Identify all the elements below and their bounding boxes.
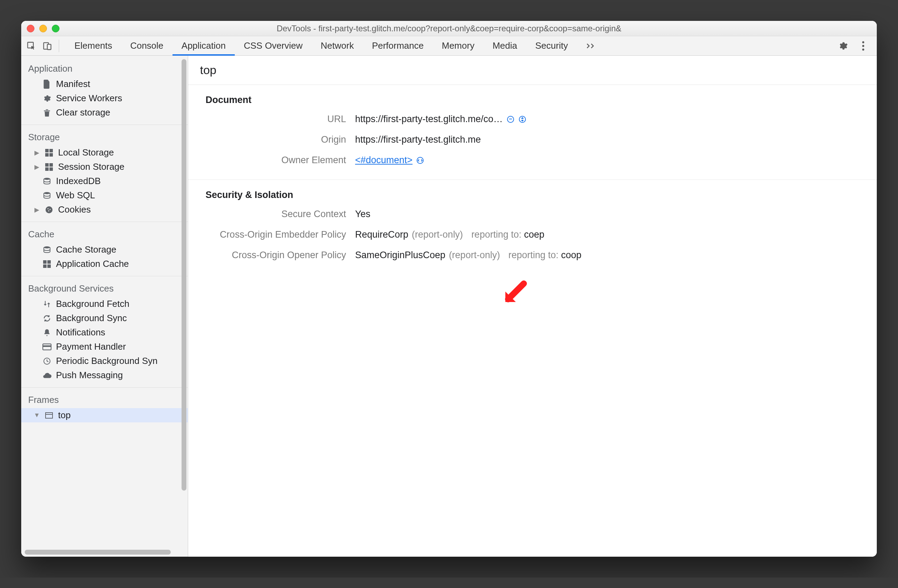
sidebar-label: Manifest bbox=[56, 79, 90, 89]
svg-point-4 bbox=[862, 45, 864, 47]
frame-heading: top bbox=[188, 56, 877, 85]
tab-css-overview[interactable]: CSS Overview bbox=[235, 36, 312, 55]
coep-label: Cross-Origin Embedder Policy bbox=[206, 229, 355, 240]
coop-value: SameOriginPlusCoep bbox=[355, 250, 446, 260]
svg-rect-7 bbox=[49, 149, 53, 152]
owner-label: Owner Element bbox=[206, 155, 355, 166]
svg-rect-12 bbox=[45, 167, 49, 171]
sidebar-item-application-cache[interactable]: Application Cache bbox=[21, 257, 188, 271]
owner-element-link[interactable]: <#document> bbox=[355, 155, 412, 166]
file-icon bbox=[42, 79, 52, 89]
database-icon bbox=[42, 191, 52, 200]
sidebar-label: Application Cache bbox=[56, 259, 129, 269]
sidebar-item-periodic-sync[interactable]: Periodic Background Syn bbox=[21, 354, 188, 368]
svg-rect-2 bbox=[47, 44, 51, 49]
frame-icon bbox=[44, 411, 54, 420]
sidebar-item-service-workers[interactable]: Service Workers bbox=[21, 91, 188, 105]
svg-rect-31 bbox=[509, 119, 512, 119]
svg-rect-8 bbox=[45, 153, 49, 157]
inspect-element-icon[interactable] bbox=[26, 41, 37, 51]
sidebar-label: Push Messaging bbox=[56, 370, 123, 381]
annotation-arrow-icon bbox=[501, 279, 529, 306]
tab-elements[interactable]: Elements bbox=[65, 36, 121, 55]
application-sidebar: Application Manifest Service Workers Cle… bbox=[21, 56, 188, 557]
sidebar-item-notifications[interactable]: Notifications bbox=[21, 325, 188, 340]
database-icon bbox=[42, 176, 52, 186]
sidebar-item-frame-top[interactable]: ▼ top bbox=[21, 408, 188, 422]
row-secure-context: Secure Context Yes bbox=[206, 209, 860, 220]
tab-media[interactable]: Media bbox=[483, 36, 526, 55]
row-coep: Cross-Origin Embedder Policy RequireCorp… bbox=[206, 229, 860, 240]
sidebar-label: Service Workers bbox=[56, 93, 122, 104]
tab-application[interactable]: Application bbox=[172, 36, 235, 55]
sidebar-label: Background Fetch bbox=[56, 299, 129, 309]
document-section-title: Document bbox=[206, 95, 860, 105]
kebab-menu-icon[interactable] bbox=[858, 41, 869, 51]
disclosure-triangle-icon[interactable]: ▶ bbox=[34, 149, 40, 157]
svg-rect-23 bbox=[43, 265, 47, 268]
svg-point-20 bbox=[44, 246, 50, 248]
security-section-title: Security & Isolation bbox=[206, 189, 860, 200]
sidebar-label: Local Storage bbox=[58, 147, 114, 158]
svg-point-16 bbox=[46, 206, 52, 213]
device-toggle-icon[interactable] bbox=[42, 41, 52, 51]
sidebar-item-cookies[interactable]: ▶ Cookies bbox=[21, 203, 188, 217]
bell-icon bbox=[42, 328, 52, 337]
cookie-icon bbox=[44, 205, 54, 215]
sidebar-label: Clear storage bbox=[56, 107, 110, 118]
svg-point-18 bbox=[50, 209, 51, 210]
close-window-button[interactable] bbox=[27, 25, 34, 32]
devtools-body: Application Manifest Service Workers Cle… bbox=[21, 56, 877, 557]
row-owner-element: Owner Element <#document> bbox=[206, 155, 860, 166]
sidebar-item-push-messaging[interactable]: Push Messaging bbox=[21, 368, 188, 382]
grid-icon bbox=[44, 148, 54, 158]
reveal-in-elements-icon[interactable] bbox=[416, 156, 424, 165]
sidebar-label: Cache Storage bbox=[56, 244, 116, 255]
tab-security[interactable]: Security bbox=[526, 36, 577, 55]
sidebar-item-manifest[interactable]: Manifest bbox=[21, 77, 188, 91]
grid-icon bbox=[42, 259, 52, 269]
sidebar-horizontal-scrollbar[interactable] bbox=[25, 550, 171, 554]
tab-overflow[interactable] bbox=[577, 36, 606, 55]
reveal-in-network-icon[interactable] bbox=[518, 115, 527, 123]
tab-console[interactable]: Console bbox=[121, 36, 172, 55]
sidebar-item-local-storage[interactable]: ▶ Local Storage bbox=[21, 145, 188, 160]
disclosure-triangle-icon[interactable]: ▼ bbox=[34, 412, 40, 419]
zoom-window-button[interactable] bbox=[52, 25, 60, 32]
svg-rect-21 bbox=[43, 260, 47, 264]
coep-value: RequireCorp bbox=[355, 229, 408, 240]
sidebar-item-indexeddb[interactable]: IndexedDB bbox=[21, 174, 188, 188]
settings-icon[interactable] bbox=[838, 41, 848, 51]
copy-icon[interactable] bbox=[506, 115, 515, 123]
svg-point-15 bbox=[44, 192, 50, 194]
sidebar-item-websql[interactable]: Web SQL bbox=[21, 188, 188, 203]
tab-memory[interactable]: Memory bbox=[433, 36, 483, 55]
toolbar-divider bbox=[59, 40, 59, 52]
origin-value: https://first-party-test.glitch.me bbox=[355, 134, 481, 145]
sidebar-item-clear-storage[interactable]: Clear storage bbox=[21, 105, 188, 120]
sidebar-label: Web SQL bbox=[56, 190, 95, 201]
sidebar-item-payment-handler[interactable]: Payment Handler bbox=[21, 340, 188, 354]
tab-performance[interactable]: Performance bbox=[363, 36, 433, 55]
svg-rect-9 bbox=[49, 153, 53, 157]
svg-rect-13 bbox=[49, 167, 53, 171]
row-url: URL https://first-party-test.glitch.me/c… bbox=[206, 114, 860, 125]
sidebar-item-session-storage[interactable]: ▶ Session Storage bbox=[21, 160, 188, 174]
sidebar-item-background-fetch[interactable]: Background Fetch bbox=[21, 297, 188, 311]
updown-icon bbox=[42, 299, 52, 309]
disclosure-triangle-icon[interactable]: ▶ bbox=[34, 163, 40, 171]
minimize-window-button[interactable] bbox=[39, 25, 47, 32]
sidebar-item-background-sync[interactable]: Background Sync bbox=[21, 311, 188, 325]
sidebar-label: IndexedDB bbox=[56, 176, 101, 186]
section-frames-title: Frames bbox=[21, 391, 188, 408]
section-background-services-title: Background Services bbox=[21, 280, 188, 297]
section-application-title: Application bbox=[21, 60, 188, 77]
coop-label: Cross-Origin Opener Policy bbox=[206, 250, 355, 260]
svg-rect-26 bbox=[43, 345, 51, 346]
security-isolation-panel: Security & Isolation Secure Context Yes … bbox=[188, 180, 877, 274]
section-cache-title: Cache bbox=[21, 225, 188, 243]
disclosure-triangle-icon[interactable]: ▶ bbox=[34, 206, 40, 214]
tab-network[interactable]: Network bbox=[312, 36, 363, 55]
sidebar-item-cache-storage[interactable]: Cache Storage bbox=[21, 243, 188, 257]
sidebar-vertical-scrollbar[interactable] bbox=[181, 59, 186, 491]
